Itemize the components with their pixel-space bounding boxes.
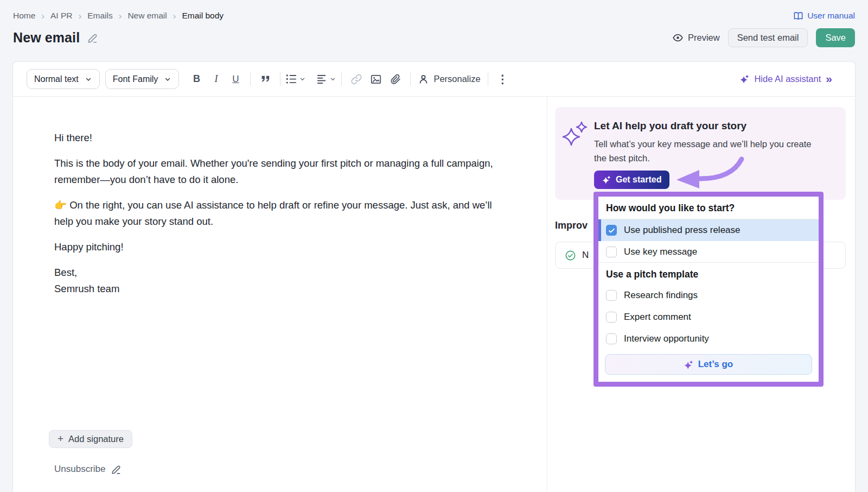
email-paragraph: This is the body of your email. Whether … (54, 155, 495, 188)
option-label: Use published press release (624, 225, 741, 236)
option-expert-comment[interactable]: Expert comment (598, 306, 819, 328)
toolbar-divider (488, 72, 488, 86)
font-family-select[interactable]: Font Family (105, 69, 180, 89)
improve-section-heading: Improv (555, 220, 588, 231)
italic-button[interactable]: I (206, 70, 226, 89)
chevron-down-icon (299, 75, 306, 83)
text-style-select[interactable]: Normal text (27, 69, 100, 89)
panel-divider (547, 97, 547, 492)
checkbox-unchecked[interactable] (606, 333, 617, 344)
bullet-list-icon (285, 73, 298, 85)
pencil-icon (111, 464, 122, 475)
email-body-editor[interactable]: Hi there! This is the body of your email… (54, 130, 495, 297)
more-options-button[interactable]: ⋮ (493, 70, 513, 89)
title-row: New email Preview Send test email Save (13, 27, 855, 48)
option-label: Use key message (624, 247, 697, 257)
attach-file-button[interactable] (386, 70, 405, 89)
header-actions: Preview Send test email Save (672, 28, 855, 47)
breadcrumb: Home › AI PR › Emails › New email › Emai… (13, 11, 224, 21)
sparkle-icon (684, 360, 693, 369)
option-research-findings[interactable]: Research findings (598, 285, 819, 306)
start-menu-header: How would you like to start? (598, 197, 819, 219)
lets-go-label: Let’s go (698, 359, 733, 370)
insert-image-button[interactable] (366, 70, 386, 89)
breadcrumb-separator: › (79, 11, 82, 21)
breadcrumb-separator: › (173, 11, 176, 21)
save-button[interactable]: Save (816, 28, 855, 47)
get-started-label: Get started (616, 175, 661, 185)
email-editor-panel: Normal text Font Family B I U (12, 61, 856, 492)
option-label: Research findings (624, 290, 698, 301)
email-paragraph: 👉 On the right, you can use AI assistanc… (54, 197, 495, 230)
breadcrumb-home[interactable]: Home (13, 11, 35, 21)
bullet-list-dropdown[interactable] (285, 73, 306, 85)
double-chevron-right-icon: » (826, 73, 831, 85)
toolbar-divider (280, 72, 280, 86)
chevron-down-icon (164, 75, 171, 83)
toolbar-divider (250, 72, 251, 86)
get-started-button[interactable]: Get started (594, 171, 669, 189)
paperclip-icon (390, 73, 401, 85)
alignment-dropdown[interactable] (316, 73, 336, 85)
checkbox-unchecked[interactable] (606, 247, 617, 257)
email-paragraph: Happy pitching! (54, 239, 495, 255)
check-icon (608, 226, 616, 235)
underline-button[interactable]: U (226, 70, 245, 89)
option-label: Interview opportunity (624, 333, 709, 344)
check-circle-icon (565, 250, 576, 261)
option-use-published-press-release[interactable]: Use published press release (598, 219, 819, 241)
ai-start-menu: How would you like to start? Use publish… (593, 192, 824, 387)
eye-icon (672, 32, 684, 43)
send-test-email-button[interactable]: Send test email (728, 28, 808, 47)
checkbox-unchecked[interactable] (606, 312, 617, 323)
breadcrumb-new-email[interactable]: New email (127, 11, 167, 21)
font-family-value: Font Family (113, 74, 158, 84)
signoff-line: Semrush team (54, 281, 495, 297)
preview-label: Preview (688, 33, 720, 43)
toolbar-divider (410, 72, 411, 86)
sparkle-icon (740, 74, 749, 84)
user-manual-link[interactable]: User manual (793, 11, 855, 21)
ai-draft-card: Let AI help you draft your story Tell wh… (555, 107, 846, 200)
insert-link-button[interactable] (347, 70, 366, 89)
check-result-label: N (582, 250, 589, 261)
formatting-toolbar: Normal text Font Family B I U (13, 62, 855, 97)
checkbox-unchecked[interactable] (606, 290, 617, 301)
link-icon (350, 73, 362, 85)
ai-card-subtitle: Tell what’s your key message and we’ll h… (594, 137, 818, 165)
breadcrumb-ai-pr[interactable]: AI PR (50, 11, 72, 21)
toolbar-divider (341, 72, 342, 86)
option-use-key-message[interactable]: Use key message (598, 241, 819, 263)
blockquote-button[interactable] (256, 70, 275, 89)
checkbox-checked[interactable] (606, 225, 617, 236)
page-title: New email (13, 30, 80, 46)
book-icon (793, 11, 803, 21)
breadcrumb-separator: › (41, 11, 44, 21)
plus-icon: + (58, 433, 63, 445)
hide-ai-assistant-button[interactable]: Hide AI assistant » (740, 73, 831, 85)
option-label: Expert comment (624, 312, 691, 323)
personalize-label: Personalize (433, 74, 480, 84)
option-interview-opportunity[interactable]: Interview opportunity (598, 328, 819, 350)
chevron-down-icon (329, 75, 336, 83)
edit-title-button[interactable] (87, 32, 98, 43)
breadcrumb-current: Email body (182, 11, 224, 21)
preview-button[interactable]: Preview (672, 32, 720, 43)
unsubscribe-link[interactable]: Unsubscribe (54, 464, 122, 475)
top-bar: Home › AI PR › Emails › New email › Emai… (13, 9, 855, 23)
email-paragraph: Hi there! (54, 130, 495, 146)
quote-icon (259, 73, 272, 85)
breadcrumb-emails[interactable]: Emails (87, 11, 113, 21)
chevron-down-icon (85, 75, 92, 83)
align-left-icon (316, 73, 328, 85)
sparkle-icon (602, 175, 611, 184)
signoff-line: Best, (54, 264, 495, 281)
personalize-button[interactable]: Personalize (416, 73, 482, 85)
hide-ai-label: Hide AI assistant (754, 74, 821, 84)
lets-go-button[interactable]: Let’s go (605, 354, 812, 375)
breadcrumb-separator: › (119, 11, 122, 21)
user-manual-label: User manual (807, 11, 855, 21)
pencil-icon (87, 32, 98, 43)
add-signature-button[interactable]: + Add signature (49, 430, 132, 448)
bold-button[interactable]: B (187, 70, 206, 89)
